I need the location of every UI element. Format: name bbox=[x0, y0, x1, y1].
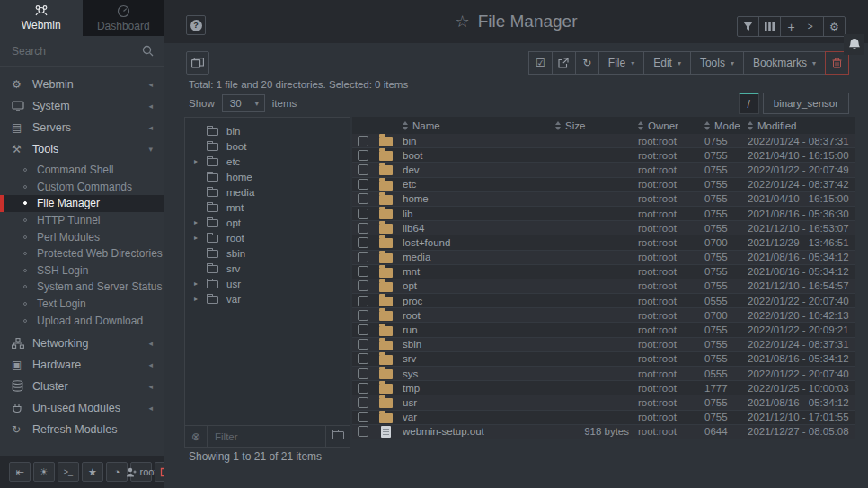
table-row[interactable]: lib64 root:root 0755 2021/12/10 - 16:53:… bbox=[352, 221, 855, 235]
row-checkbox[interactable] bbox=[358, 237, 368, 248]
table-row[interactable]: mnt root:root 0755 2021/08/16 - 05:34:12 bbox=[352, 265, 855, 279]
row-checkbox[interactable] bbox=[358, 383, 368, 394]
favorite-star-icon[interactable]: ☆ bbox=[455, 12, 469, 31]
file-name[interactable]: run bbox=[403, 324, 555, 335]
table-row[interactable]: home root:root 0755 2021/04/10 - 16:15:0… bbox=[352, 192, 855, 207]
tree-item[interactable]: ▸ bin bbox=[185, 123, 350, 138]
table-row[interactable]: lost+found root:root 0700 2021/12/29 - 1… bbox=[352, 235, 855, 250]
filter-button[interactable] bbox=[737, 16, 759, 37]
breadcrumb-current[interactable]: binary_sensor bbox=[763, 93, 849, 114]
table-row[interactable]: root root:root 0700 2022/01/20 - 10:42:1… bbox=[352, 308, 855, 323]
file-name[interactable]: media bbox=[403, 252, 555, 262]
file-name[interactable]: var bbox=[403, 412, 555, 422]
sidebar-item-hardware[interactable]: ▣ Hardware ◂ bbox=[0, 354, 164, 376]
row-checkbox[interactable] bbox=[358, 252, 368, 262]
tree-item[interactable]: ▸ opt bbox=[185, 215, 350, 230]
tools-menu-button[interactable]: Tools ▾ bbox=[690, 51, 744, 75]
sidebar-item-networking[interactable]: Networking ◂ bbox=[0, 333, 164, 354]
file-name[interactable]: proc bbox=[403, 296, 555, 306]
row-checkbox[interactable] bbox=[358, 412, 368, 422]
row-checkbox[interactable] bbox=[358, 296, 368, 306]
file-name[interactable]: home bbox=[403, 193, 555, 204]
bookmarks-menu-button[interactable]: Bookmarks ▾ bbox=[743, 51, 826, 75]
file-name[interactable]: usr bbox=[403, 397, 555, 408]
row-checkbox[interactable] bbox=[358, 324, 368, 335]
sidebar-subitem[interactable]: Command Shell bbox=[0, 162, 164, 179]
add-button[interactable]: + bbox=[780, 16, 802, 37]
file-name[interactable]: sys bbox=[403, 368, 555, 379]
table-row[interactable]: lib root:root 0755 2021/08/16 - 05:36:30 bbox=[352, 207, 855, 221]
file-name[interactable]: opt bbox=[403, 280, 555, 291]
tree-item[interactable]: ▸ mnt bbox=[185, 200, 350, 215]
row-checkbox[interactable] bbox=[358, 266, 368, 277]
row-checkbox[interactable] bbox=[358, 368, 368, 379]
row-checkbox[interactable] bbox=[358, 136, 368, 146]
tree-item[interactable]: ▸ var bbox=[185, 291, 350, 306]
breadcrumb-root[interactable]: / bbox=[739, 93, 759, 114]
sidebar-item-cluster[interactable]: Cluster ◂ bbox=[0, 376, 164, 397]
tree-item[interactable]: ▸ home bbox=[185, 169, 350, 184]
shell-button[interactable]: >_ bbox=[58, 462, 79, 482]
table-row[interactable]: usr root:root 0755 2021/08/16 - 05:34:12 bbox=[352, 395, 855, 410]
sidebar-item-servers[interactable]: ▤ Servers ◂ bbox=[0, 117, 164, 138]
column-header-mode[interactable]: Mode bbox=[704, 120, 748, 131]
theme-palette-button[interactable]: ◔ bbox=[106, 462, 128, 482]
favorites-button[interactable]: ★ bbox=[82, 462, 103, 482]
table-row[interactable]: tmp root:root 1777 2022/01/25 - 10:00:03 bbox=[352, 381, 855, 395]
row-checkbox[interactable] bbox=[358, 339, 368, 350]
clear-filter-icon[interactable]: ⊗ bbox=[185, 430, 207, 443]
row-checkbox[interactable] bbox=[358, 353, 368, 364]
refresh-button[interactable]: ↻ bbox=[575, 51, 599, 75]
file-name[interactable]: dev bbox=[403, 164, 555, 175]
column-header-name[interactable]: Name bbox=[403, 120, 555, 131]
table-row[interactable]: opt root:root 0755 2021/12/10 - 16:54:57 bbox=[352, 279, 855, 294]
tree-item[interactable]: ▸ usr bbox=[185, 276, 350, 291]
tree-expand-icon[interactable]: ▸ bbox=[194, 279, 207, 288]
row-checkbox[interactable] bbox=[358, 310, 368, 321]
table-row[interactable]: run root:root 0755 2022/01/22 - 20:09:21 bbox=[352, 323, 855, 337]
row-checkbox[interactable] bbox=[358, 280, 368, 291]
open-new-window-button[interactable] bbox=[186, 51, 209, 75]
table-row[interactable]: proc root:root 0555 2022/01/22 - 20:07:4… bbox=[352, 294, 855, 308]
tree-expand-icon[interactable]: ▸ bbox=[194, 234, 207, 242]
file-name[interactable]: etc bbox=[403, 179, 555, 190]
settings-button[interactable]: ⚙ bbox=[823, 16, 846, 37]
table-row[interactable]: webmin-setup.out 918 bytes root:root 064… bbox=[352, 425, 855, 439]
tree-item[interactable]: ▸ media bbox=[185, 184, 350, 200]
tree-item[interactable]: ▸ etc bbox=[185, 154, 350, 169]
sidebar-item-refresh-modules[interactable]: ↻ Refresh Modules bbox=[0, 419, 164, 440]
row-checkbox[interactable] bbox=[358, 164, 368, 175]
row-checkbox[interactable] bbox=[358, 397, 368, 408]
table-row[interactable]: sys root:root 0555 2022/01/22 - 20:07:40 bbox=[352, 367, 855, 381]
row-checkbox[interactable] bbox=[358, 150, 368, 161]
row-checkbox[interactable] bbox=[358, 426, 368, 437]
tree-item[interactable]: ▸ boot bbox=[185, 138, 350, 154]
tree-item[interactable]: ▸ sbin bbox=[185, 245, 350, 261]
column-header-owner[interactable]: Owner bbox=[638, 120, 704, 131]
table-row[interactable]: etc root:root 0755 2022/01/24 - 08:37:42 bbox=[352, 178, 855, 192]
table-row[interactable]: srv root:root 0755 2021/08/16 - 05:34:12 bbox=[352, 352, 855, 367]
tree-expand-icon[interactable]: ▸ bbox=[194, 295, 207, 303]
notifications-bell-button[interactable] bbox=[844, 34, 864, 55]
theme-brightness-button[interactable]: ☀ bbox=[33, 462, 55, 482]
tab-webmin[interactable]: Webmin bbox=[0, 0, 83, 36]
tree-filter-input[interactable] bbox=[208, 431, 325, 442]
file-name[interactable]: bin bbox=[403, 136, 555, 146]
sidebar-subitem[interactable]: Perl Modules bbox=[0, 228, 164, 245]
file-name[interactable]: lib bbox=[403, 209, 555, 219]
file-name[interactable]: lost+found bbox=[403, 237, 555, 248]
sidebar-item-system[interactable]: System ◂ bbox=[0, 95, 164, 117]
file-name[interactable]: tmp bbox=[403, 383, 555, 394]
column-header-size[interactable]: Size bbox=[555, 120, 638, 131]
tree-item[interactable]: ▸ srv bbox=[185, 261, 350, 276]
file-name[interactable]: root bbox=[403, 310, 555, 321]
user-button[interactable]: root bbox=[130, 462, 152, 482]
tree-folder-button[interactable] bbox=[326, 431, 350, 441]
table-row[interactable]: boot root:root 0755 2021/04/10 - 16:15:0… bbox=[352, 148, 855, 163]
sidebar-subitem[interactable]: System and Server Status bbox=[0, 279, 164, 296]
file-name[interactable]: boot bbox=[403, 150, 555, 161]
sidebar-subitem[interactable]: SSH Login bbox=[0, 262, 164, 279]
collapse-sidebar-button[interactable]: ⇤ bbox=[9, 462, 31, 482]
file-name[interactable]: srv bbox=[403, 353, 555, 364]
row-checkbox[interactable] bbox=[358, 193, 368, 204]
